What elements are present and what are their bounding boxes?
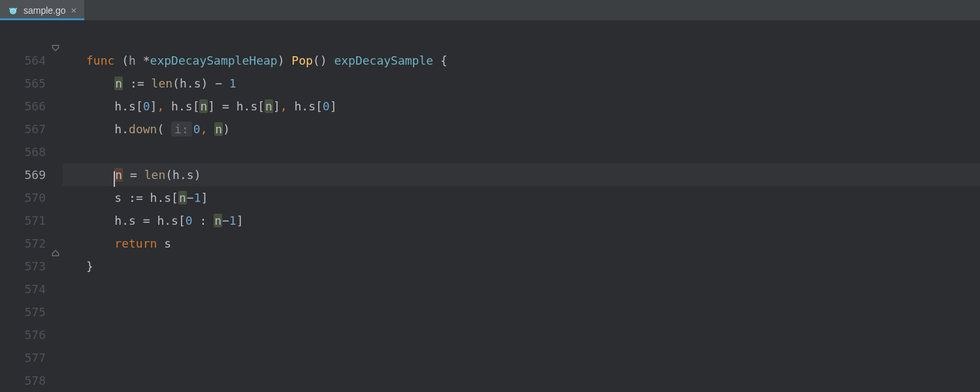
svg-point-3 bbox=[11, 10, 12, 10]
editor-root: sample.go × 564 565 566 567 568 569 570 … bbox=[0, 0, 980, 392]
code-editor[interactable]: 564 565 566 567 568 569 570 571 572 573 … bbox=[0, 20, 980, 392]
code-area[interactable]: func (h *expDecaySampleHeap) Pop() expDe… bbox=[63, 20, 980, 392]
code-line: } bbox=[63, 255, 980, 278]
fold-close-icon[interactable] bbox=[51, 249, 60, 258]
close-tab-icon[interactable]: × bbox=[71, 5, 77, 15]
code-line: h.s[0], h.s[n] = h.s[n], h.s[0] bbox=[63, 95, 980, 118]
code-line bbox=[63, 301, 980, 323]
code-line bbox=[63, 369, 980, 392]
svg-point-5 bbox=[9, 7, 10, 9]
fold-column bbox=[50, 20, 63, 392]
tab-bar: sample.go × bbox=[0, 0, 980, 20]
svg-point-7 bbox=[12, 11, 14, 12]
fold-open-icon[interactable] bbox=[51, 43, 60, 52]
go-file-icon bbox=[8, 5, 18, 16]
gutter: 564 565 566 567 568 569 570 571 572 573 … bbox=[0, 20, 63, 392]
code-line: h.s = h.s[0 : n−1] bbox=[63, 209, 980, 232]
code-line bbox=[63, 140, 980, 163]
code-line bbox=[63, 323, 980, 346]
svg-point-6 bbox=[16, 7, 17, 9]
code-line: return s bbox=[63, 232, 980, 255]
code-line bbox=[63, 346, 980, 369]
inlay-hint: i: bbox=[171, 122, 192, 137]
code-line bbox=[63, 33, 980, 49]
tab-filename: sample.go bbox=[24, 5, 66, 16]
code-line bbox=[63, 278, 980, 301]
svg-point-0 bbox=[10, 8, 16, 14]
svg-point-4 bbox=[14, 10, 14, 10]
code-line: s := h.s[n−1] bbox=[63, 186, 980, 209]
code-line: h.down( i:0, n) bbox=[63, 118, 980, 140]
text-caret bbox=[114, 171, 115, 187]
code-line: func (h *expDecaySampleHeap) Pop() expDe… bbox=[63, 49, 980, 72]
code-line-current: n = len(h.s) bbox=[63, 163, 980, 186]
code-line: n := len(h.s) − 1 bbox=[63, 72, 980, 95]
file-tab-sample-go[interactable]: sample.go × bbox=[0, 0, 84, 20]
